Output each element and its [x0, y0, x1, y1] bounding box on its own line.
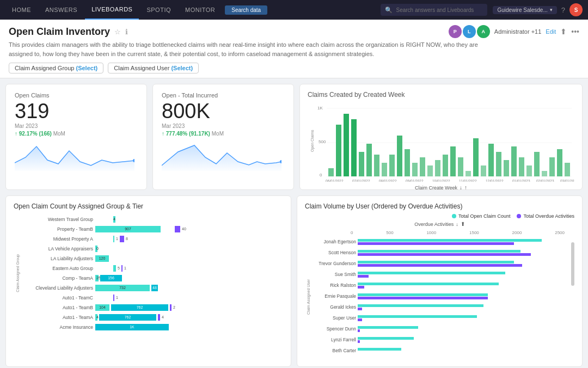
- svg-rect-24: [443, 155, 448, 176]
- avatar-l: L: [463, 25, 476, 38]
- bottom-right-title: Claim Volume by User (Ordered by Overdue…: [305, 203, 574, 210]
- title-row: Open Claim Inventory ☆ ℹ: [9, 26, 128, 38]
- nav-spotiq[interactable]: SPOTIQ: [140, 0, 177, 20]
- user-avatar[interactable]: S: [569, 3, 583, 16]
- vol-row: Trevor Gunderson: [313, 259, 574, 268]
- svg-text:02/01/2023: 02/01/2023: [536, 179, 554, 182]
- nav-search-label[interactable]: Search data: [225, 5, 267, 15]
- bottom-left-card: Open Claim Count by Assigned Group & Tie…: [5, 195, 291, 367]
- nav-answers[interactable]: ANSWERS: [39, 0, 84, 20]
- svg-rect-36: [534, 152, 540, 176]
- legend-cyan: Total Open Claim Count: [452, 213, 511, 219]
- hbar-row: Eastern Auto Group 5 1: [22, 263, 283, 273]
- star-icon[interactable]: ☆: [114, 28, 121, 36]
- bottom-left-title: Open Claim Count by Assigned Group & Tie…: [14, 203, 283, 210]
- nav-liveboards[interactable]: LIVEBOARDS: [85, 0, 139, 20]
- filter-user-action[interactable]: (Select): [171, 65, 193, 71]
- filter-group[interactable]: Claim Assigned Group (Select): [9, 63, 103, 73]
- svg-rect-29: [481, 165, 486, 176]
- more-icon[interactable]: •••: [571, 27, 579, 36]
- total-incurred-sparkline: [162, 141, 281, 171]
- svg-rect-30: [488, 144, 494, 176]
- svg-text:03/01/2023: 03/01/2023: [560, 179, 574, 182]
- filter-user[interactable]: Claim Assigned User (Select): [108, 63, 199, 73]
- hbar-row: LA Liability Adjusters 120: [22, 254, 283, 263]
- filter-user-label: Claim Assigned User: [114, 65, 171, 71]
- share-icon[interactable]: ⬆: [560, 27, 567, 36]
- vol-row: Spencer Dunn: [313, 324, 574, 334]
- svg-rect-23: [435, 160, 440, 176]
- svg-text:10/01/2022: 10/01/2022: [432, 179, 450, 182]
- total-incurred-change: ↑ 777.48% (91.17K) MoM: [162, 131, 285, 137]
- total-incurred-card: Open - Total Incurred 800K Mar 2023 ↑ 77…: [152, 84, 294, 190]
- hbar-row: Property - TeamB 907 40: [22, 224, 283, 234]
- open-claims-value: 319: [15, 101, 138, 121]
- search-bar[interactable]: 🔍: [381, 4, 487, 16]
- ti-arrow: ↑: [162, 131, 166, 137]
- top-row: Open Claims 319 Mar 2023 ↑ 92.17% (166) …: [5, 84, 583, 190]
- legend-purple-label: Total Overdue Activities: [523, 213, 574, 219]
- help-icon[interactable]: ?: [561, 6, 565, 14]
- svg-rect-40: [565, 163, 570, 176]
- sort-up-icon2[interactable]: ⬆: [461, 221, 465, 227]
- search-input[interactable]: [396, 7, 483, 13]
- sort-down-icon2[interactable]: ↓: [456, 222, 458, 227]
- ti-cnt: (91.17K): [189, 131, 210, 137]
- sort-row: Overdue Activities ↓ ⬆: [305, 221, 574, 227]
- open-claims-sparkline: [15, 141, 134, 171]
- svg-text:06/01/2022: 06/01/2022: [326, 179, 344, 182]
- page-subtitle: This provides claim managers with the ab…: [9, 40, 499, 58]
- open-claims-title: Open Claims: [15, 92, 138, 99]
- total-incurred-value: 800K: [162, 101, 285, 121]
- svg-rect-39: [557, 149, 562, 176]
- total-incurred-date: Mar 2023: [162, 123, 285, 129]
- open-claims-card: Open Claims 319 Mar 2023 ↑ 92.17% (166) …: [5, 84, 147, 190]
- nav-monitor[interactable]: MONITOR: [179, 0, 222, 20]
- svg-rect-28: [473, 138, 479, 176]
- filter-group-action[interactable]: (Select): [76, 65, 98, 71]
- hbar-row: Acme Insurance 1K: [22, 322, 283, 332]
- svg-text:07/01/2022: 07/01/2022: [352, 179, 370, 182]
- nav-home[interactable]: HOME: [5, 0, 38, 20]
- avatar-group: P L A: [449, 25, 490, 38]
- x-axis-label: Claim Create Week: [415, 185, 457, 191]
- vol-row: Gerald Ickes: [313, 302, 574, 312]
- sort-down-icon[interactable]: ↓: [460, 185, 462, 191]
- y-axis-label: Claim Assigned Group: [16, 254, 20, 292]
- svg-rect-12: [351, 119, 357, 176]
- open-claims-date: Mar 2023: [15, 123, 138, 129]
- legend: Total Open Claim Count Total Overdue Act…: [305, 213, 574, 219]
- svg-text:11/01/2022: 11/01/2022: [459, 179, 477, 182]
- svg-rect-27: [465, 171, 471, 176]
- sort-up-icon[interactable]: ↑: [464, 185, 467, 191]
- svg-rect-25: [450, 146, 456, 176]
- vol-row: Ernie Pasquale: [313, 291, 574, 301]
- svg-rect-37: [542, 171, 547, 176]
- main-content: Open Claims 319 Mar 2023 ↑ 92.17% (166) …: [0, 78, 588, 368]
- header-actions: P L A Administrator +11 Edit ⬆ •••: [449, 25, 579, 38]
- svg-rect-15: [374, 155, 379, 176]
- edit-button[interactable]: Edit: [546, 28, 556, 35]
- svg-text:08/01/2022: 08/01/2022: [379, 179, 397, 182]
- svg-text:0: 0: [320, 173, 322, 177]
- svg-rect-33: [511, 146, 517, 176]
- legend-cyan-label: Total Open Claim Count: [458, 213, 511, 219]
- svg-rect-16: [382, 163, 387, 176]
- hbar-row: LA Vehicle Appraisers 0: [22, 244, 283, 253]
- info-icon[interactable]: ℹ: [125, 28, 128, 36]
- page-title: Open Claim Inventory: [9, 26, 110, 38]
- svg-rect-14: [366, 144, 372, 176]
- svg-rect-18: [397, 136, 402, 176]
- tenant-selector[interactable]: Guidewire Salesde... ▾: [493, 6, 556, 14]
- avatar-a: A: [477, 25, 490, 38]
- svg-text:Open Claims: Open Claims: [310, 130, 315, 152]
- svg-text:500: 500: [318, 139, 326, 144]
- legend-purple: Total Overdue Activities: [517, 213, 574, 219]
- svg-rect-9: [328, 168, 334, 176]
- hbar-row: Auto1 - TeamC 1: [22, 293, 283, 302]
- open-claims-change: ↑ 92.17% (166) MoM: [15, 131, 138, 137]
- vol-row: Rick Ralston: [313, 280, 574, 290]
- svg-rect-32: [504, 160, 509, 176]
- svg-text:09/01/2022: 09/01/2022: [406, 179, 424, 182]
- scrollbar[interactable]: [571, 242, 574, 286]
